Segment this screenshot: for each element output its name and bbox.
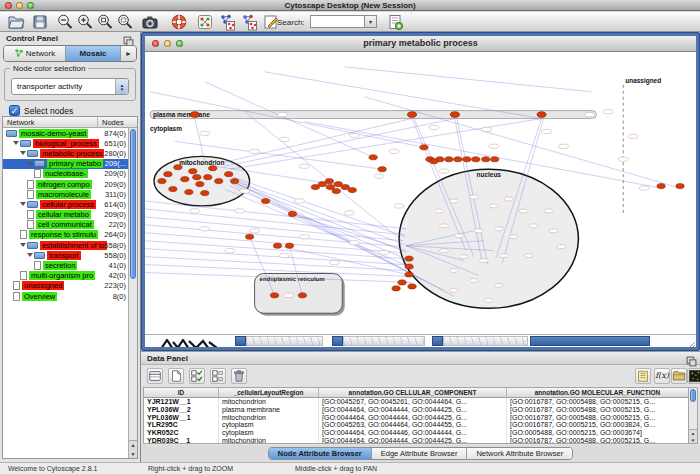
- create-network-icon[interactable]: [196, 13, 214, 31]
- table-row[interactable]: YKR052Ccytoplasm[GO:0044464, GO:0044446,…: [144, 429, 688, 437]
- tree-row-label: cellular process: [40, 200, 96, 209]
- minimized-window[interactable]: [159, 336, 226, 346]
- column-header-3[interactable]: annotation.GO MOLECULAR_FUNCTION: [507, 388, 688, 398]
- node-color-dropdown[interactable]: transporter activity ▴▾: [11, 78, 129, 95]
- tree-row-cell-communicat[interactable]: cell communicat22(0): [3, 220, 128, 230]
- table-row[interactable]: YLR295Ccytoplasm[GO:0045263, GO:0044464,…: [144, 421, 688, 429]
- minimized-window[interactable]: [235, 336, 246, 346]
- resize-grip-icon[interactable]: [685, 336, 695, 346]
- tab-network-attribute-browser[interactable]: Network Attribute Browser: [467, 448, 572, 459]
- table-cell: [GO:0016787, GO:0005488, GO:0005215, G..…: [507, 398, 688, 406]
- formula-builder-icon[interactable]: f(x): [654, 368, 670, 384]
- open-file-icon[interactable]: [7, 13, 25, 31]
- tree-row-macromolecule[interactable]: macromolecule311(0): [3, 189, 128, 199]
- tab-overflow-arrow[interactable]: ►: [121, 46, 136, 61]
- membrane-node[interactable]: [450, 112, 459, 118]
- tree-row-multi-organism-pro[interactable]: multi-organism pro42(0): [3, 271, 128, 281]
- disclosure-triangle-icon[interactable]: [20, 151, 26, 155]
- disclosure-triangle-icon[interactable]: [13, 141, 19, 145]
- zoom-fit-icon[interactable]: [96, 13, 114, 31]
- tree-row-node-count: 209(0): [104, 180, 126, 189]
- zoom-out-icon[interactable]: [56, 13, 74, 31]
- search-dropdown-arrow-icon[interactable]: ▾: [364, 15, 377, 28]
- help-icon[interactable]: [170, 13, 188, 31]
- tree-row-cellular-metabo[interactable]: cellular metabo209(0): [3, 210, 128, 220]
- network-from-selected-nodes-selected-edges-icon[interactable]: [240, 13, 258, 31]
- column-header-2[interactable]: annotation.GO CELLULAR_COMPONENT: [319, 388, 507, 398]
- table-scrollbar-arrows[interactable]: ▲▼: [689, 429, 697, 443]
- float-data-panel-icon[interactable]: [686, 353, 697, 364]
- disclosure-triangle-icon[interactable]: [27, 253, 33, 257]
- column-header-0[interactable]: ID: [144, 388, 219, 398]
- unselect-attributes-icon[interactable]: [210, 368, 226, 384]
- matrix-view-icon[interactable]: [687, 368, 700, 384]
- float-panel-icon[interactable]: [123, 33, 134, 44]
- minimized-window[interactable]: [343, 336, 425, 346]
- tree-scrollbar[interactable]: ▲▼: [128, 128, 137, 458]
- tree-row-nitrogen-compo[interactable]: nitrogen compo209(0): [3, 179, 128, 189]
- minimized-window[interactable]: [432, 336, 443, 346]
- tree-header-nodes[interactable]: Nodes: [98, 117, 137, 128]
- show-columns-icon[interactable]: [147, 368, 163, 384]
- table-row[interactable]: YPL036W__1mitochondrion[GO:0044464, GO:0…: [144, 414, 688, 422]
- membrane-node[interactable]: [190, 112, 199, 118]
- minimized-window[interactable]: [443, 336, 528, 346]
- plasma-membrane-region[interactable]: plasma membrane: [150, 111, 596, 119]
- minimized-window-strip[interactable]: [145, 334, 696, 347]
- disclosure-triangle-icon[interactable]: [20, 202, 26, 206]
- tree-row-overview[interactable]: Overview8(0): [3, 291, 128, 301]
- table-row[interactable]: YPL036W__2plasma membrane[GO:0044464, GO…: [144, 406, 688, 414]
- table-scrollbar-thumb[interactable]: [690, 389, 696, 402]
- tree-row-primary-metabo[interactable]: primary metabo209(...: [3, 159, 128, 169]
- tree-row-secretion[interactable]: secretion41(0): [3, 260, 128, 270]
- zoom-selected-region-icon[interactable]: [116, 13, 134, 31]
- tree-scrollbar-thumb[interactable]: [130, 129, 136, 279]
- zoom-in-icon[interactable]: [76, 13, 94, 31]
- unassigned-region[interactable]: unassigned: [623, 77, 661, 214]
- select-attributes-icon[interactable]: [189, 368, 205, 384]
- tree-row-mosaic-demo-yeast[interactable]: mosaic-demo-yeast874(0): [3, 128, 128, 138]
- minimized-window[interactable]: [530, 336, 650, 346]
- tree-row-establishment-of-lo[interactable]: establishment of lo558(0): [3, 240, 128, 250]
- select-nodes-checkbox[interactable]: ✓: [9, 105, 20, 116]
- tab-network[interactable]: Network: [4, 46, 66, 61]
- annotation-icon[interactable]: [262, 13, 280, 31]
- save-session-icon[interactable]: [31, 13, 49, 31]
- configure-search-icon[interactable]: [386, 13, 404, 31]
- tab-edge-attribute-browser[interactable]: Edge Attribute Browser: [372, 448, 468, 459]
- minimized-window[interactable]: [246, 336, 323, 346]
- new-attribute-icon[interactable]: [168, 368, 184, 384]
- tree-row-metabolic-process[interactable]: metabolic process280(0): [3, 148, 128, 158]
- tab-node-attribute-browser[interactable]: Node Attribute Browser: [269, 448, 372, 459]
- membrane-node[interactable]: [537, 112, 546, 118]
- network-canvas[interactable]: plasma membranecytoplasmmitochondrionnuc…: [145, 52, 696, 347]
- disclosure-triangle-icon[interactable]: [20, 243, 26, 247]
- search-input[interactable]: [310, 15, 364, 28]
- disclosure-triangle-icon[interactable]: [27, 162, 33, 166]
- network-window-titlebar[interactable]: primary metabolic process: [145, 36, 696, 52]
- tab-mosaic[interactable]: Mosaic: [66, 46, 121, 61]
- tree-header-network[interactable]: Network: [3, 117, 98, 128]
- table-row[interactable]: YJR121W__1mitochondrion[GO:0045267, GO:0…: [144, 398, 688, 406]
- minimized-window[interactable]: [332, 336, 343, 346]
- table-row[interactable]: YDR039C__1mitochondrion[GO:0044464, GO:0…: [144, 437, 688, 444]
- window-titlebar: Cytoscape Desktop (New Session): [0, 0, 700, 11]
- tree-row-nucleobase-[interactable]: nucleobase-209(0): [3, 169, 128, 179]
- snapshot-icon[interactable]: [141, 13, 159, 31]
- tree-row-response-to-stimulu[interactable]: response to stimulu264(0): [3, 230, 128, 240]
- tree-scrollbar-arrows[interactable]: ▲▼: [129, 440, 137, 458]
- network-graph[interactable]: plasma membranecytoplasmmitochondrionnuc…: [145, 52, 696, 347]
- table-scrollbar[interactable]: ▲▼: [688, 387, 698, 444]
- delete-attribute-icon[interactable]: [231, 368, 247, 384]
- tree-row-biological-process[interactable]: biological_process651(0): [3, 138, 128, 148]
- notepad-icon[interactable]: [635, 368, 651, 384]
- tree-row-unassigned[interactable]: unassigned223(0): [3, 281, 128, 291]
- tree-row-transport[interactable]: transport558(0): [3, 250, 128, 260]
- nucleus-region[interactable]: nucleus: [399, 169, 578, 308]
- membrane-node[interactable]: [408, 112, 417, 118]
- tree-row-cellular-process[interactable]: cellular process614(0): [3, 199, 128, 209]
- network-from-selected-nodes-all-edges-icon[interactable]: [218, 13, 236, 31]
- tree-row-node-count: 8(0): [113, 292, 126, 301]
- import-attributes-icon[interactable]: [671, 368, 687, 384]
- column-header-1[interactable]: _cellularLayoutRegion: [219, 388, 319, 398]
